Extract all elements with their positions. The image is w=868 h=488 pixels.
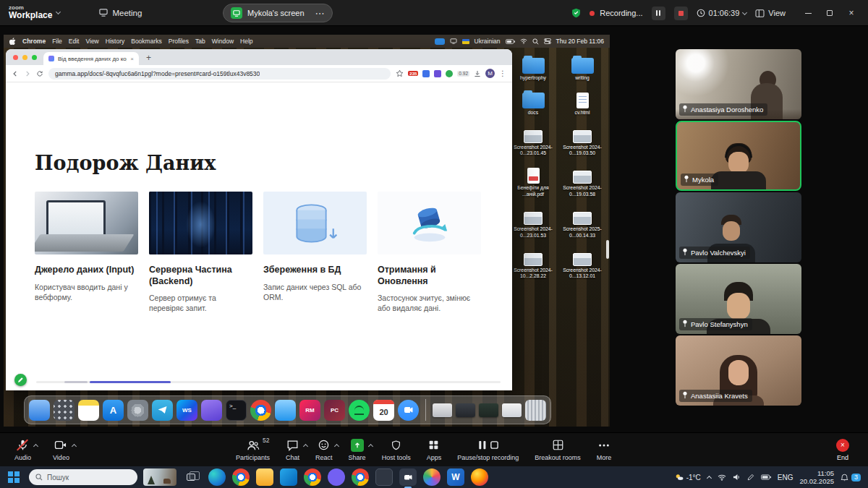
taskbar-app-calculator[interactable] [375, 468, 393, 486]
menu-item-window[interactable]: Window [212, 38, 234, 45]
apps-button[interactable]: Apps [427, 439, 442, 461]
taskbar-app-photos[interactable] [423, 468, 441, 486]
minimized-window-thumbnail[interactable] [502, 403, 522, 417]
notification-center[interactable]: 3 [841, 474, 861, 481]
dock-rubymine-icon[interactable]: RM [299, 400, 320, 421]
dock-notes-icon[interactable] [78, 400, 99, 421]
share-scrollbar[interactable] [606, 240, 609, 259]
forward-icon[interactable] [24, 70, 31, 77]
menu-item-tab[interactable]: Tab [195, 38, 205, 45]
dock-docker-icon[interactable] [275, 400, 296, 421]
pen-icon[interactable] [747, 474, 754, 481]
apple-menu-icon[interactable] [9, 38, 16, 46]
maximize-button[interactable] [819, 0, 841, 26]
dock-webstorm-icon[interactable]: WS [176, 400, 197, 421]
dock-calendar-icon[interactable]: 20 [373, 400, 394, 421]
menubar-clock[interactable]: Thu 20 Feb 11:06 [556, 38, 604, 45]
taskbar-app-chrome-dev[interactable] [352, 468, 369, 486]
display-icon[interactable] [450, 38, 457, 44]
taskbar-app-outlook[interactable] [280, 468, 297, 486]
dock-system-settings-icon[interactable] [127, 400, 148, 421]
desktop-item-10[interactable]: Screenshot 2024-10...2.28.22 [510, 249, 556, 281]
taskbar-app-chrome[interactable] [232, 468, 250, 486]
search-icon[interactable] [532, 38, 539, 45]
audio-button[interactable]: Audio [14, 439, 31, 461]
desktop-item-4[interactable]: Screenshot 2024-0...23.01.45 [510, 126, 556, 158]
security-shield-icon[interactable] [571, 8, 581, 18]
weather-temperature[interactable]: -1°C [675, 473, 701, 481]
adblock-extension-icon[interactable]: 235 [408, 71, 418, 76]
widgets-weather-thumbnail[interactable] [143, 468, 176, 486]
taskbar-app-word[interactable]: W [447, 468, 464, 486]
video-options-chevron[interactable] [72, 443, 77, 448]
desktop-item-1[interactable]: writing [559, 56, 605, 82]
language-indicator[interactable]: ENG [778, 474, 793, 481]
address-bar[interactable]: gamma.app/docs/-8qvqfuc6a6n1pgl?mode=pre… [48, 68, 391, 80]
view-button[interactable]: View [755, 9, 786, 17]
host-tools-button[interactable]: Host tools [382, 439, 411, 461]
menu-item-file[interactable]: File [52, 38, 62, 45]
dock-obsidian-icon[interactable] [201, 400, 222, 421]
pause-recording-button[interactable] [652, 7, 665, 20]
desktop-item-8[interactable]: Screenshot 2024-0...23.01.53 [510, 207, 556, 239]
reload-icon[interactable] [36, 70, 43, 77]
menu-item-view[interactable]: View [85, 38, 98, 45]
dock-zoom-icon[interactable] [398, 400, 419, 421]
extension-icon[interactable] [446, 70, 453, 77]
share-button[interactable]: Share [349, 439, 366, 461]
desktop-item-11[interactable]: Screenshot 2024-0...13.12.01 [559, 249, 605, 281]
input-language-label[interactable]: Ukrainian [475, 38, 501, 45]
battery-icon[interactable] [506, 39, 515, 44]
extension-icon[interactable] [434, 70, 441, 77]
zoom-workplace-menu[interactable]: zoom Workplace [0, 5, 69, 20]
desktop-item-7[interactable]: Screenshot 2024-0...19.03.58 [559, 166, 605, 198]
trash-icon[interactable] [525, 400, 546, 421]
desktop-item-2[interactable]: docs [510, 91, 556, 116]
tab-meeting[interactable]: Meeting [99, 9, 142, 17]
wifi-icon[interactable] [520, 38, 527, 44]
dock-app-store-icon[interactable] [103, 400, 124, 421]
share-options-chevron[interactable] [368, 443, 373, 448]
control-center-icon[interactable] [544, 38, 551, 44]
minimized-window-thumbnail[interactable] [433, 403, 452, 417]
taskbar-app-chrome-work[interactable] [304, 468, 321, 486]
taskbar-app-zoom[interactable] [399, 468, 417, 486]
chat-options-chevron[interactable] [303, 443, 308, 448]
dock-spotify-icon[interactable] [349, 400, 370, 421]
keyboard-flag-icon[interactable] [462, 39, 469, 44]
audio-options-chevron[interactable] [33, 443, 38, 448]
minimized-window-thumbnail[interactable] [456, 403, 475, 417]
breakout-rooms-button[interactable]: Breakout rooms [535, 439, 581, 461]
shared-screen-pill[interactable]: Mykola's screen ⋯ [223, 4, 333, 22]
video-button[interactable]: Video [53, 439, 69, 461]
menu-item-bookmarks[interactable]: Bookmarks [131, 38, 162, 45]
task-view-button[interactable] [182, 468, 200, 486]
taskbar-app-viber[interactable] [328, 468, 345, 486]
battery-icon[interactable] [761, 474, 771, 480]
pill-more-options-icon[interactable]: ⋯ [315, 9, 325, 18]
edit-slide-button[interactable] [14, 374, 27, 386]
menu-app-name[interactable]: Chrome [22, 38, 46, 45]
desktop-item-3[interactable]: cv.html [559, 91, 605, 116]
minimize-window-icon[interactable] [22, 55, 27, 60]
hidden-icons-chevron[interactable] [707, 476, 712, 481]
desktop-item-0[interactable]: hypertrophy [510, 56, 556, 82]
new-tab-button[interactable]: + [146, 53, 151, 62]
download-icon[interactable] [474, 70, 481, 77]
menu-item-profiles[interactable]: Profiles [169, 38, 189, 45]
desktop-item-5[interactable]: Screenshot 2024-0...19.03.50 [559, 126, 605, 158]
profile-avatar[interactable]: M [485, 69, 495, 78]
dock-telegram-icon[interactable] [152, 400, 173, 421]
dock-pycharm-icon[interactable]: PC [324, 400, 345, 421]
screenshare-indicator-icon[interactable] [435, 38, 445, 45]
desktop-item-9[interactable]: Screenshot 2025-0...00.14.33 [559, 207, 605, 239]
minimized-window-thumbnail[interactable] [479, 403, 498, 417]
dock-chrome-icon[interactable] [250, 400, 271, 421]
start-button[interactable] [4, 468, 23, 486]
taskbar-app-file-explorer[interactable] [256, 468, 273, 486]
dock-finder-icon[interactable] [29, 400, 50, 421]
extension-value-badge[interactable]: 0.92 [457, 71, 469, 77]
participant-tile-anastasiia-kravets[interactable]: Anastasiia Kravets [676, 335, 801, 406]
wifi-icon[interactable] [718, 474, 726, 481]
stop-recording-button[interactable] [674, 7, 688, 20]
